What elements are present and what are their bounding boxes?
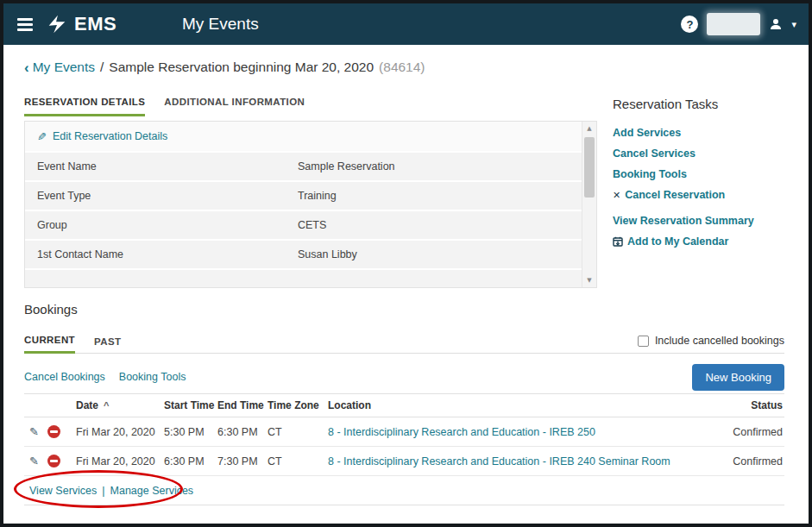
booking-tz: CT	[268, 455, 328, 467]
header-start-time: Start Time	[164, 399, 217, 411]
booking-tools-bookings-link[interactable]: Booking Tools	[119, 371, 186, 383]
ems-logo[interactable]: EMS	[45, 13, 116, 35]
booking-end: 6:30 PM	[217, 426, 268, 438]
booking-location-link[interactable]: 8 - Interdisciplinary Research and Educa…	[328, 426, 595, 438]
cancel-reservation-label: Cancel Reservation	[625, 189, 725, 201]
breadcrumb-back-label: My Events	[33, 60, 95, 75]
tab-additional-information[interactable]: ADDITIONAL INFORMATION	[164, 97, 305, 116]
header-date[interactable]: Date ^	[76, 399, 164, 411]
manage-services-link[interactable]: Manage Services	[110, 485, 194, 497]
bookings-table-header: Date ^ Start Time End Time Time Zone Loc…	[24, 393, 784, 417]
include-cancelled-checkbox[interactable]	[638, 336, 649, 347]
cancel-reservation-link[interactable]: ✕ Cancel Reservation	[613, 189, 794, 201]
view-reservation-summary-link[interactable]: View Reservation Summary	[613, 215, 794, 227]
ems-logo-mark	[45, 13, 69, 35]
add-calendar-label: Add to My Calendar	[627, 235, 728, 248]
new-booking-button[interactable]: New Booking	[692, 364, 784, 391]
header-location: Location	[328, 399, 715, 411]
edit-reservation-details-link[interactable]: Edit Reservation Details	[53, 130, 167, 142]
header-status: Status	[715, 399, 784, 411]
field-row-event-name: Event Name Sample Reservation	[25, 153, 582, 182]
app-window: EMS My Events ? ▾ ‹ My Events / Sample R…	[0, 0, 812, 527]
field-value: Sample Reservation	[298, 160, 582, 173]
cancel-services-label: Cancel Services	[613, 147, 696, 160]
booking-row: ✎ Fri Mar 20, 2020 6:30 PM 7:30 PM CT 8 …	[24, 447, 784, 476]
footer-link-separator: |	[102, 485, 104, 497]
back-chevron-icon: ‹	[24, 60, 29, 77]
booking-status: Confirmed	[715, 455, 784, 467]
scroll-down-icon[interactable]: ▼	[582, 273, 596, 287]
calendar-icon	[613, 236, 623, 247]
add-services-label: Add Services	[613, 127, 681, 139]
page-title: My Events	[182, 15, 259, 34]
cancel-services-link[interactable]: Cancel Services	[613, 147, 794, 160]
booking-status: Confirmed	[715, 426, 784, 438]
field-label: Event Type	[25, 190, 298, 202]
tab-reservation-details[interactable]: RESERVATION DETAILS	[24, 97, 145, 116]
field-row-event-type: Event Type Training	[25, 182, 582, 211]
booking-date: Fri Mar 20, 2020	[76, 426, 164, 438]
scroll-up-icon[interactable]: ▲	[582, 122, 596, 135]
row-action-icons: ✎	[24, 455, 76, 467]
breadcrumb-separator: /	[100, 60, 104, 75]
cancel-bookings-link[interactable]: Cancel Bookings	[24, 371, 105, 383]
view-services-link[interactable]: View Services	[29, 485, 97, 497]
booking-start: 5:30 PM	[164, 426, 217, 438]
field-row-first-contact: 1st Contact Name Susan Libby	[25, 241, 582, 270]
breadcrumb-back-link[interactable]: ‹ My Events	[24, 59, 95, 76]
include-cancelled-group: Include cancelled bookings	[638, 335, 784, 353]
field-label: Event Name	[25, 160, 298, 173]
bookings-title: Bookings	[24, 302, 78, 317]
booking-row: ✎ Fri Mar 20, 2020 5:30 PM 6:30 PM CT 8 …	[24, 417, 784, 447]
reservation-tasks-panel: Reservation Tasks Add Services Cancel Se…	[613, 97, 794, 256]
view-summary-label: View Reservation Summary	[613, 215, 754, 227]
reservation-tasks-title: Reservation Tasks	[613, 97, 794, 111]
bookings-table-footer: View Services | Manage Services	[24, 476, 784, 505]
help-icon[interactable]: ?	[681, 16, 698, 33]
tab-current-bookings[interactable]: CURRENT	[24, 335, 75, 354]
bookings-table: Date ^ Start Time End Time Time Zone Loc…	[24, 393, 784, 505]
reservation-details-content: ✎ Edit Reservation Details Event Name Sa…	[25, 122, 582, 287]
reservation-tabs: RESERVATION DETAILS ADDITIONAL INFORMATI…	[24, 97, 305, 116]
details-scrollbar[interactable]: ▲ ▼	[582, 122, 596, 287]
field-value: CETS	[298, 219, 582, 231]
booking-date: Fri Mar 20, 2020	[76, 455, 164, 467]
booking-location-link[interactable]: 8 - Interdisciplinary Research and Educa…	[328, 455, 670, 467]
breadcrumb: ‹ My Events / Sample Reservation beginni…	[24, 59, 425, 76]
bookings-actions-row: Cancel Bookings Booking Tools New Bookin…	[24, 364, 784, 390]
breadcrumb-current-title: Sample Reservation beginning Mar 20, 202…	[109, 60, 374, 75]
navbar-right-cluster: ? ▾	[681, 13, 796, 35]
booking-tools-link[interactable]: Booking Tools	[613, 168, 794, 180]
add-services-link[interactable]: Add Services	[613, 127, 794, 139]
user-icon[interactable]	[769, 17, 783, 31]
bookings-tabs: CURRENT PAST Include cancelled bookings	[24, 328, 784, 354]
header-time-zone: Time Zone	[268, 399, 328, 411]
field-label: Group	[25, 219, 298, 231]
edit-pencil-icon: ✎	[37, 130, 47, 143]
edit-booking-icon[interactable]: ✎	[29, 425, 39, 438]
scrollbar-thumb[interactable]	[584, 137, 595, 198]
brand-text: EMS	[74, 13, 116, 35]
reservation-id: (84614)	[379, 60, 425, 75]
cancel-x-icon: ✕	[613, 190, 620, 201]
header-date-label: Date	[76, 399, 98, 411]
booking-start: 6:30 PM	[164, 455, 217, 467]
row-action-icons: ✎	[24, 425, 76, 438]
cancel-booking-icon[interactable]	[47, 455, 60, 467]
field-value: Susan Libby	[298, 248, 582, 260]
edit-booking-icon[interactable]: ✎	[29, 455, 39, 467]
include-cancelled-label: Include cancelled bookings	[655, 335, 784, 347]
booking-end: 7:30 PM	[217, 455, 268, 467]
hamburger-menu-icon[interactable]	[3, 18, 45, 31]
field-label: 1st Contact Name	[25, 248, 298, 260]
tab-past-bookings[interactable]: PAST	[94, 336, 121, 353]
edit-reservation-row: ✎ Edit Reservation Details	[25, 122, 582, 153]
header-end-time: End Time	[217, 399, 268, 411]
field-value: Training	[298, 190, 582, 202]
top-navbar: EMS My Events ? ▾	[3, 3, 809, 45]
chevron-down-icon[interactable]: ▾	[791, 19, 796, 30]
reservation-details-panel: ✎ Edit Reservation Details Event Name Sa…	[24, 121, 597, 288]
field-row-partial	[25, 270, 582, 288]
add-to-calendar-link[interactable]: Add to My Calendar	[613, 235, 794, 248]
cancel-booking-icon[interactable]	[47, 425, 60, 438]
